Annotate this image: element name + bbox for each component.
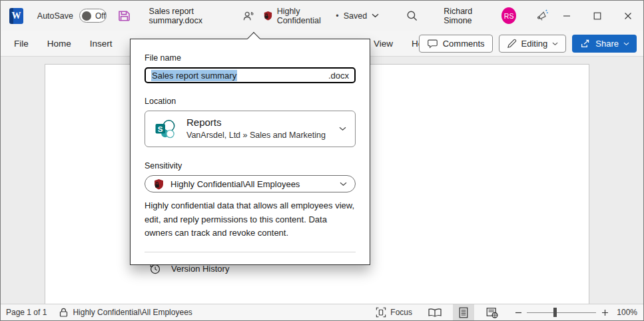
document-title[interactable]: Sales report summary.docx — [149, 7, 236, 25]
comment-bubble-icon — [427, 39, 438, 49]
page-indicator[interactable]: Page 1 of 1 — [6, 308, 47, 317]
version-history-button[interactable]: Version History — [145, 252, 356, 285]
minimize-icon — [563, 12, 571, 20]
plus-icon — [601, 309, 609, 316]
autosave-toggle[interactable]: Off — [79, 9, 107, 23]
save-button[interactable] — [117, 7, 132, 25]
shared-people-icon[interactable] — [242, 10, 254, 22]
account-user-name[interactable]: Richard Simone — [444, 7, 495, 25]
word-app-icon[interactable]: W — [9, 8, 23, 24]
lock-icon — [59, 308, 68, 317]
tab-file[interactable]: File — [14, 36, 29, 51]
location-breadcrumb: VanArsdel, Ltd » Sales and Marketing — [186, 131, 326, 141]
editing-mode-dropdown[interactable]: Editing — [499, 35, 567, 53]
file-name-input[interactable]: Sales report summary .docx — [145, 67, 356, 83]
titlebar-separator: • — [336, 11, 338, 21]
flyout-content: File name Sales report summary .docx Loc… — [131, 39, 370, 285]
minimize-button[interactable] — [551, 1, 582, 31]
sensitivity-dropdown[interactable]: Highly Confidential\All Employees — [145, 175, 356, 192]
shield-lock-icon — [263, 9, 273, 22]
print-layout-icon — [459, 307, 468, 318]
statusbar-sensitivity-label[interactable]: Highly Confidential\All Employees — [73, 308, 192, 317]
location-label: Location — [145, 97, 356, 106]
version-history-icon — [149, 262, 161, 275]
autosave-toggle-knob — [82, 11, 91, 21]
file-name-selected-text: Sales report summary — [151, 70, 237, 81]
maximize-button[interactable] — [582, 1, 613, 31]
zoom-slider-rail — [527, 312, 596, 314]
status-bar: Page 1 of 1 Highly Confidential\All Empl… — [1, 304, 643, 320]
chevron-down-icon — [372, 13, 379, 18]
close-icon — [624, 12, 632, 20]
file-extension-label: .docx — [328, 71, 349, 81]
file-rename-flyout: File name Sales report summary .docx Loc… — [130, 39, 370, 265]
focus-mode-button[interactable]: Focus — [376, 307, 412, 318]
print-layout-button[interactable] — [453, 304, 474, 320]
read-mode-icon — [428, 308, 442, 318]
word-app-window: W AutoSave Off Sales report summary.docx — [0, 0, 644, 321]
location-dropdown[interactable]: S Reports VanArsdel, Ltd » Sales and Mar… — [145, 111, 356, 147]
tab-home[interactable]: Home — [47, 36, 71, 51]
chevron-down-icon — [623, 42, 629, 46]
chevron-down-icon — [339, 127, 346, 131]
sensitivity-selected-value: Highly Confidential\All Employees — [170, 179, 300, 189]
titlebar-sensitivity-label: Highly Confidential — [277, 7, 332, 25]
search-icon — [406, 10, 418, 22]
view-switcher — [424, 304, 503, 320]
share-icon — [580, 39, 591, 49]
search-button[interactable] — [404, 6, 421, 26]
share-button[interactable]: Share — [572, 35, 637, 53]
title-bar: W AutoSave Off Sales report summary.docx — [1, 1, 643, 31]
autosave-toggle-state: Off — [95, 11, 106, 21]
focus-mode-label: Focus — [390, 308, 412, 317]
read-mode-button[interactable] — [424, 304, 446, 320]
file-name-label: File name — [145, 53, 356, 63]
user-avatar[interactable]: RS — [501, 7, 516, 24]
location-text-block: Reports VanArsdel, Ltd » Sales and Marke… — [186, 117, 326, 141]
share-button-label: Share — [595, 39, 619, 49]
sharepoint-icon: S — [154, 117, 178, 141]
shield-lock-icon — [153, 178, 164, 190]
sensitivity-label: Sensitivity — [145, 161, 356, 170]
svg-text:S: S — [158, 125, 163, 133]
web-layout-button[interactable] — [482, 304, 503, 320]
statusbar-right-group: Focus — [376, 304, 643, 320]
chevron-down-icon — [340, 182, 347, 186]
titlebar-sensitivity-badge[interactable]: Highly Confidential • Saved — [263, 7, 379, 25]
zoom-in-button[interactable] — [600, 304, 609, 320]
comments-button-label: Comments — [443, 39, 485, 49]
web-layout-icon — [486, 307, 498, 318]
megaphone-sparkle-icon — [535, 9, 549, 23]
coming-soon-button[interactable] — [534, 6, 551, 26]
editing-button-label: Editing — [521, 39, 548, 49]
save-status-label: Saved — [344, 11, 367, 21]
version-history-label: Version History — [171, 264, 229, 274]
window-controls — [551, 1, 643, 31]
zoom-slider-handle[interactable] — [553, 308, 557, 317]
close-button[interactable] — [613, 1, 643, 31]
sensitivity-description: Highly confidential data that allows all… — [145, 199, 356, 240]
focus-icon — [376, 307, 386, 318]
tab-insert[interactable]: Insert — [90, 36, 113, 51]
zoom-out-button[interactable] — [513, 304, 523, 320]
zoom-slider[interactable] — [527, 304, 596, 320]
pencil-icon — [507, 39, 517, 49]
comments-button[interactable]: Comments — [419, 35, 493, 53]
save-floppy-icon — [118, 9, 131, 22]
chevron-down-icon — [552, 42, 558, 46]
location-folder-name: Reports — [186, 117, 326, 129]
tab-view[interactable]: View — [374, 36, 393, 51]
zoom-level-value[interactable]: 100% — [609, 308, 637, 317]
minus-icon — [515, 309, 522, 316]
ribbon-action-buttons: Comments Editing Share — [419, 35, 637, 53]
autosave-label: AutoSave — [37, 11, 73, 21]
maximize-icon — [593, 12, 601, 20]
